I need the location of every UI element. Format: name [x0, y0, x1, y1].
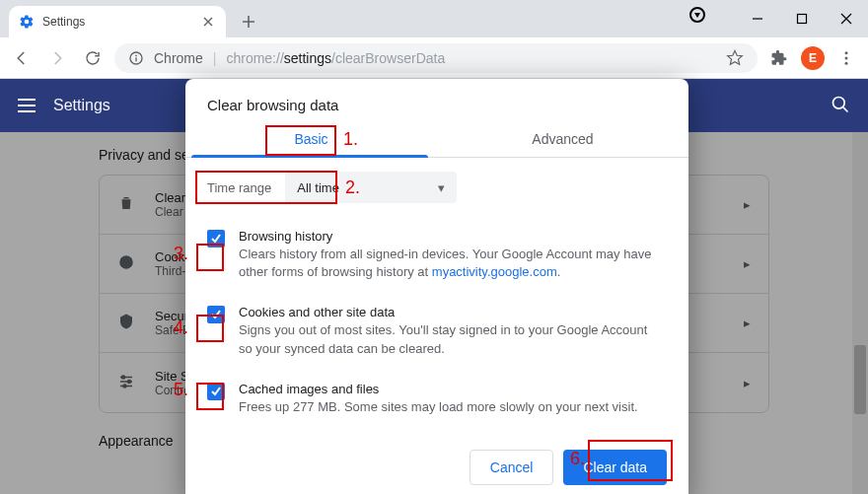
- search-settings-icon[interactable]: [831, 95, 850, 117]
- svg-point-2: [135, 54, 137, 56]
- svg-point-6: [845, 61, 848, 64]
- check-browsing-history[interactable]: Browsing history Clears history from all…: [207, 221, 667, 297]
- account-dropdown-icon[interactable]: [689, 7, 705, 23]
- check-description: Signs you out of most sites. You'll stay…: [239, 321, 653, 357]
- chevron-down-icon: ▾: [438, 180, 445, 195]
- dialog-title: Clear browsing data: [185, 79, 688, 119]
- extensions-icon[interactable]: [765, 44, 793, 72]
- svg-point-5: [845, 56, 848, 59]
- checkbox-icon[interactable]: [207, 230, 225, 247]
- svg-rect-3: [135, 57, 136, 61]
- omnibox-url: chrome://settings/clearBrowserData: [226, 50, 445, 66]
- window-controls: [689, 0, 868, 37]
- menu-button[interactable]: [832, 44, 860, 72]
- tab-title: Settings: [42, 15, 85, 29]
- check-description: Frees up 277 MB. Some sites may load mor…: [239, 398, 638, 416]
- svg-point-7: [833, 97, 845, 108]
- tab-advanced[interactable]: Advanced: [437, 119, 688, 157]
- check-description: Clears history from all signed-in device…: [239, 246, 653, 281]
- browser-toolbar: Chrome | chrome://settings/clearBrowserD…: [0, 37, 868, 79]
- omnibox-prefix: Chrome: [154, 50, 203, 66]
- check-title: Cookies and other site data: [239, 305, 653, 319]
- clear-browsing-data-dialog: Clear browsing data Basic Advanced Time …: [185, 79, 688, 494]
- address-bar[interactable]: Chrome | chrome://settings/clearBrowserD…: [114, 43, 758, 73]
- site-info-icon[interactable]: [128, 50, 144, 66]
- avatar-letter: E: [809, 51, 817, 65]
- profile-avatar[interactable]: E: [801, 46, 825, 70]
- back-button[interactable]: [8, 44, 36, 72]
- minimize-button[interactable]: [735, 4, 779, 34]
- reload-button[interactable]: [79, 44, 107, 72]
- svg-point-4: [845, 51, 848, 54]
- check-title: Browsing history: [239, 229, 653, 244]
- checkbox-icon[interactable]: [207, 306, 225, 323]
- maximize-button[interactable]: [779, 4, 824, 34]
- time-range-value: All time: [297, 180, 339, 195]
- gear-icon: [19, 14, 35, 30]
- new-tab-button[interactable]: [236, 9, 261, 35]
- tab-basic[interactable]: Basic: [185, 119, 437, 157]
- close-tab-icon[interactable]: [200, 14, 216, 30]
- settings-title: Settings: [53, 97, 110, 114]
- check-cache[interactable]: Cached images and files Frees up 277 MB.…: [207, 374, 667, 432]
- check-title: Cached images and files: [239, 382, 638, 396]
- check-cookies[interactable]: Cookies and other site data Signs you ou…: [207, 297, 667, 373]
- window-titlebar: Settings: [0, 0, 868, 37]
- checkbox-icon[interactable]: [207, 383, 225, 400]
- cancel-button[interactable]: Cancel: [470, 450, 554, 485]
- bookmark-star-icon[interactable]: [726, 49, 744, 67]
- time-range-label: Time range: [207, 180, 271, 195]
- svg-rect-0: [797, 15, 806, 24]
- browser-tab[interactable]: Settings: [9, 6, 226, 37]
- forward-button[interactable]: [43, 44, 71, 72]
- myactivity-link[interactable]: myactivity.google.com: [432, 264, 557, 279]
- hamburger-menu-icon[interactable]: [18, 99, 36, 112]
- clear-data-button[interactable]: Clear data: [563, 450, 667, 485]
- close-window-button[interactable]: [824, 4, 868, 34]
- time-range-select[interactable]: All time ▾: [285, 172, 457, 203]
